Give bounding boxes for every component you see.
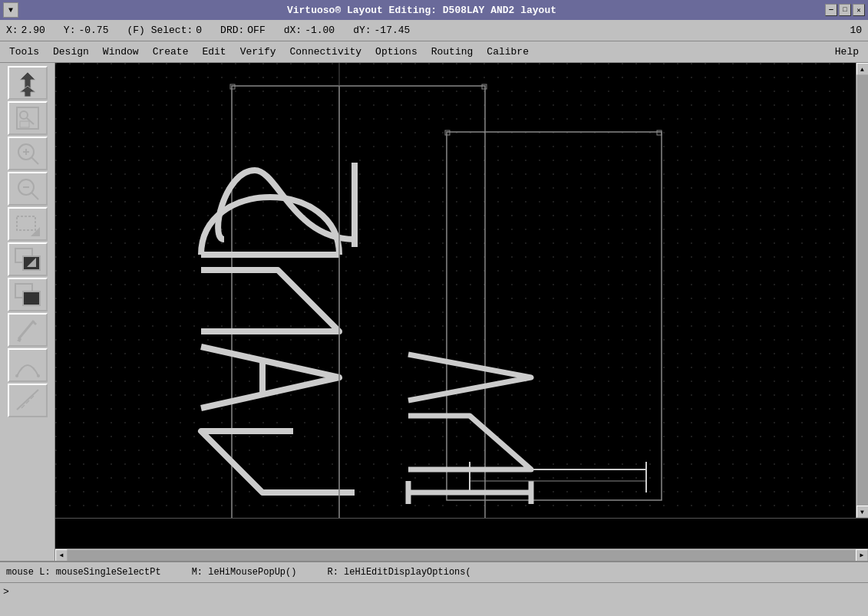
svg-marker-1 <box>20 86 35 97</box>
drd-value: OFF <box>247 25 265 36</box>
tool-rectangle[interactable] <box>8 207 48 241</box>
select-coord: (F) Select: 0 <box>127 25 202 36</box>
toolbar <box>0 63 55 561</box>
x-label: X: <box>6 25 18 36</box>
tool-arc[interactable] <box>8 348 48 382</box>
menu-tools[interactable]: Tools <box>3 44 45 59</box>
tool-ruler[interactable] <box>8 384 48 417</box>
scroll-up-button[interactable]: ▲ <box>856 63 869 75</box>
zoom-in-button[interactable] <box>8 137 48 170</box>
svg-point-24 <box>37 374 40 377</box>
status-bar <box>55 518 868 548</box>
tool-hierarchy[interactable] <box>8 242 48 276</box>
menu-window[interactable]: Window <box>97 44 145 59</box>
svg-rect-30 <box>55 63 856 518</box>
select-label: (F) Select: <box>127 25 193 36</box>
dx-label: dX: <box>284 25 302 36</box>
y-coord: Y: -0.75 <box>64 25 109 36</box>
horizontal-scrollbar[interactable]: ◀ ▶ <box>55 548 868 561</box>
prompt-bar: > <box>0 582 868 601</box>
layout-drawing <box>55 63 856 518</box>
minimize-button[interactable]: — <box>825 4 837 16</box>
zoom-out-button[interactable] <box>8 172 48 206</box>
menu-verify[interactable]: Verify <box>234 44 282 59</box>
select-value: 0 <box>196 25 202 36</box>
close-button[interactable]: ✕ <box>853 4 865 16</box>
x-value: 2.90 <box>21 25 45 36</box>
svg-line-12 <box>31 193 38 199</box>
title-bar: ▼ Virtuoso® Layout Editing: D508LAY AND2… <box>0 0 868 20</box>
prompt-symbol: > <box>3 586 9 598</box>
svg-marker-14 <box>31 227 40 236</box>
window-controls: — □ ✕ <box>825 4 868 16</box>
svg-rect-19 <box>23 292 40 305</box>
scroll-v-track[interactable] <box>857 75 868 506</box>
drd-coord: DRD: OFF <box>220 25 266 36</box>
svg-line-20 <box>18 321 34 339</box>
menu-options[interactable]: Options <box>369 44 424 59</box>
x-coord: X: 2.90 <box>6 25 45 36</box>
svg-point-23 <box>15 374 18 377</box>
svg-line-25 <box>17 390 38 410</box>
menu-edit[interactable]: Edit <box>196 44 232 59</box>
title-bar-icon[interactable]: ▼ <box>3 2 18 18</box>
dy-value: -17.45 <box>375 25 411 36</box>
window-title: Virtuoso® Layout Editing: D508LAY AND2 l… <box>18 5 825 16</box>
menu-routing[interactable]: Routing <box>425 44 480 59</box>
vertical-scrollbar[interactable]: ▲ ▼ <box>856 63 868 518</box>
menu-bar: Tools Design Window Create Edit Verify C… <box>0 41 868 63</box>
main-area: ▲ ▼ ◀ ▶ <box>0 63 868 561</box>
svg-rect-13 <box>17 216 35 230</box>
mouse-right-status: R: leHiEditDisplayOptions( <box>327 567 470 578</box>
menu-connectivity[interactable]: Connectivity <box>283 44 368 59</box>
svg-point-3 <box>20 111 28 119</box>
mouse-status-bar: mouse L: mouseSingleSelectPt M: leHiMous… <box>0 561 868 582</box>
svg-line-9 <box>31 157 38 164</box>
y-label: Y: <box>64 25 76 36</box>
scroll-right-button[interactable]: ▶ <box>856 549 868 562</box>
coords-bar: X: 2.90 Y: -0.75 (F) Select: 0 DRD: OFF … <box>0 20 868 41</box>
drd-label: DRD: <box>220 25 244 36</box>
layout-canvas[interactable] <box>55 63 856 518</box>
scroll-h-track[interactable] <box>68 550 856 561</box>
tool-edit[interactable] <box>8 101 48 135</box>
tool-select[interactable] <box>8 66 48 100</box>
menu-calibre[interactable]: Calibre <box>480 44 535 59</box>
y-value: -0.75 <box>78 25 108 36</box>
count-value: 10 <box>850 25 862 36</box>
maximize-button[interactable]: □ <box>839 4 851 16</box>
scroll-left-button[interactable]: ◀ <box>55 549 68 562</box>
dy-coord: dY: -17.45 <box>353 25 410 36</box>
mouse-left-status: mouse L: mouseSingleSelectPt <box>6 567 161 578</box>
mouse-middle-status: M: leHiMousePopUp() <box>192 567 297 578</box>
menu-create[interactable]: Create <box>147 44 195 59</box>
scroll-down-button[interactable]: ▼ <box>856 506 869 518</box>
dx-value: -1.00 <box>305 25 335 36</box>
dx-coord: dX: -1.00 <box>284 25 335 36</box>
dy-label: dY: <box>353 25 371 36</box>
menu-help[interactable]: Help <box>829 44 865 59</box>
tool-copy[interactable] <box>8 278 48 311</box>
svg-rect-5 <box>20 121 29 127</box>
menu-design[interactable]: Design <box>47 44 95 59</box>
tool-pencil[interactable] <box>8 313 48 347</box>
